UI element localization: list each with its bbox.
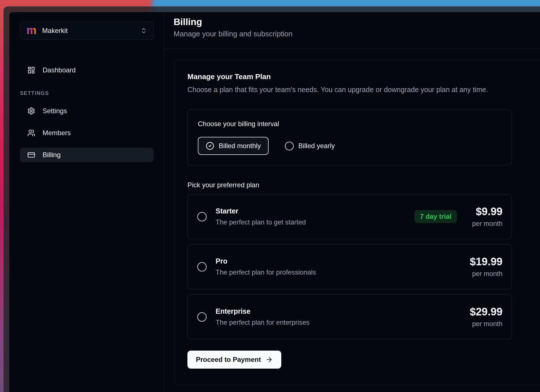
radio-circle-icon[interactable] [197, 262, 207, 271]
plan-pricing: $29.99 per month [470, 306, 503, 328]
page-title: Billing [174, 17, 537, 27]
dashboard-icon [27, 66, 35, 74]
card-description: Choose a plan that fits your team's need… [187, 86, 540, 94]
sidebar-item-label: Settings [43, 107, 67, 115]
app-window: m Makerkit Dashboard SETTINGS [3, 6, 540, 392]
plan-info: Starter The perfect plan to get started [216, 207, 306, 226]
plan-row-starter[interactable]: Starter The perfect plan to get started … [187, 194, 512, 239]
billing-interval-options: Billed monthly Billed yearly [198, 137, 501, 155]
plan-row-enterprise[interactable]: Enterprise The perfect plan for enterpri… [187, 294, 512, 339]
billed-yearly-label: Billed yearly [298, 142, 335, 150]
sidebar-item-billing[interactable]: Billing [20, 148, 154, 162]
pick-plan-label: Pick your preferred plan [187, 181, 540, 189]
page-header: Billing Manage your billing and subscrip… [165, 12, 540, 48]
credit-card-icon [27, 151, 35, 159]
plan-description: The perfect plan for professionals [216, 268, 316, 276]
content-area: Manage your Team Plan Choose a plan that… [165, 48, 540, 392]
gear-icon [27, 107, 35, 115]
sidebar-item-label: Billing [43, 151, 61, 159]
plan-period: per month [472, 220, 503, 228]
team-selector[interactable]: m Makerkit [20, 22, 154, 40]
plan-pricing: $19.99 per month [470, 256, 503, 278]
billed-monthly-label: Billed monthly [219, 142, 261, 150]
radio-circle-icon [285, 142, 294, 150]
brand-logo: m [26, 24, 37, 37]
billed-monthly-option[interactable]: Billed monthly [198, 137, 269, 155]
trial-badge: 7 day trial [415, 210, 457, 223]
sidebar: m Makerkit Dashboard SETTINGS [9, 12, 165, 392]
billed-yearly-option[interactable]: Billed yearly [285, 142, 335, 150]
sidebar-item-label: Dashboard [43, 66, 76, 74]
sidebar-section-settings: SETTINGS [20, 90, 154, 96]
sidebar-item-settings[interactable]: Settings [20, 104, 154, 118]
team-plan-card: Manage your Team Plan Choose a plan that… [174, 60, 540, 385]
plan-name: Enterprise [216, 307, 310, 315]
plan-period: per month [470, 270, 503, 278]
plan-description: The perfect plan to get started [216, 218, 306, 226]
sidebar-item-label: Members [43, 129, 71, 137]
plan-pricing: $9.99 per month [472, 206, 503, 228]
radio-circle-icon[interactable] [197, 312, 207, 322]
check-circle-icon [206, 142, 214, 150]
proceed-to-payment-button[interactable]: Proceed to Payment [187, 351, 281, 369]
sidebar-settings-group: Settings Members Billing [20, 104, 154, 162]
users-icon [27, 129, 35, 137]
plan-info: Enterprise The perfect plan for enterpri… [216, 307, 310, 326]
sidebar-item-members[interactable]: Members [20, 126, 154, 140]
main-content: Billing Manage your billing and subscrip… [165, 12, 540, 392]
plan-name: Pro [216, 257, 316, 265]
proceed-button-label: Proceed to Payment [196, 356, 261, 364]
sidebar-nav: Dashboard SETTINGS Settings Membe [20, 63, 154, 162]
page-subtitle: Manage your billing and subscription [174, 30, 537, 38]
app-root: m Makerkit Dashboard SETTINGS [9, 12, 540, 392]
arrow-right-icon [265, 356, 273, 363]
plan-description: The perfect plan for enterprises [216, 318, 310, 326]
billing-interval-label: Choose your billing interval [198, 120, 501, 128]
plan-price: $19.99 [470, 256, 503, 268]
plan-price: $29.99 [470, 306, 503, 318]
brand-name: Makerkit [42, 27, 135, 35]
plan-info: Pro The perfect plan for professionals [216, 257, 316, 276]
plan-name: Starter [216, 207, 306, 215]
chevrons-up-down-icon [140, 27, 147, 34]
plan-period: per month [470, 320, 503, 328]
plan-row-pro[interactable]: Pro The perfect plan for professionals $… [187, 244, 512, 289]
plan-price: $9.99 [472, 206, 503, 218]
card-title: Manage your Team Plan [187, 72, 540, 81]
billing-interval-box: Choose your billing interval Billed mont… [187, 110, 512, 165]
sidebar-item-dashboard[interactable]: Dashboard [20, 63, 154, 77]
radio-circle-icon[interactable] [197, 212, 207, 221]
